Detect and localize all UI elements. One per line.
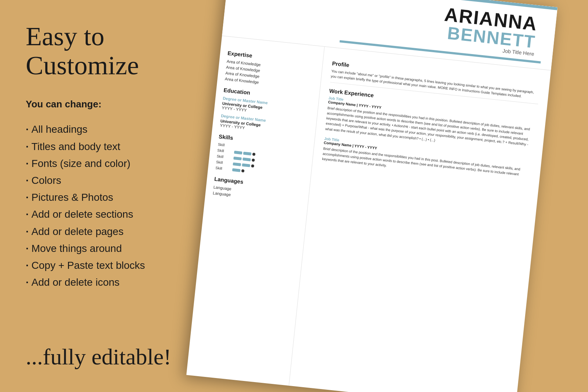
resume-main-content: Profile You can include "about me" or "p… xyxy=(289,47,551,392)
feature-item: Add or delete pages xyxy=(26,223,191,240)
skill-bar-fill xyxy=(243,157,251,161)
skill-dot xyxy=(251,164,254,167)
skill-label: Skill xyxy=(216,154,232,160)
skill-label: Skill xyxy=(218,142,233,148)
skill-bars xyxy=(233,156,255,161)
skill-bar-fill xyxy=(232,168,241,172)
bottom-tag: ...fully editable! xyxy=(26,333,191,370)
feature-item: Pictures & Photos xyxy=(26,189,191,206)
skill-label: Skill xyxy=(217,148,232,154)
main-title: Easy to Customize xyxy=(26,22,191,80)
features-list: All headings Titles and body text Fonts … xyxy=(26,121,191,291)
left-panel: Easy to Customize You can change: All he… xyxy=(0,0,213,392)
feature-item: Add or delete icons xyxy=(26,274,191,291)
skill-dot xyxy=(252,158,255,162)
feature-item: Titles and body text xyxy=(26,138,191,155)
feature-item: Move things around xyxy=(26,240,191,257)
skill-dot xyxy=(252,153,255,156)
skill-bar-fill xyxy=(233,156,242,160)
skill-bars xyxy=(232,168,245,172)
feature-item: Add or delete sections xyxy=(26,206,191,223)
skill-bars xyxy=(233,162,254,167)
feature-item: Colors xyxy=(26,172,191,189)
skill-label: Skill xyxy=(216,160,231,165)
resume-document: ARIANNA BENNETT Job Title Here Expertise… xyxy=(186,0,557,392)
skill-bar-fill xyxy=(242,163,250,167)
feature-item: Fonts (size and color) xyxy=(26,155,191,172)
skill-bar-fill xyxy=(234,150,243,154)
skill-dot xyxy=(241,169,245,172)
skill-bar-fill xyxy=(233,162,241,166)
skill-bars xyxy=(234,150,256,156)
you-can-change-label: You can change: xyxy=(26,99,191,110)
skill-label: Skill xyxy=(215,166,230,171)
skill-bar-fill xyxy=(243,152,252,155)
resume-wrapper: ARIANNA BENNETT Job Title Here Expertise… xyxy=(185,0,588,392)
feature-item: All headings xyxy=(26,121,191,138)
feature-item: Copy + Paste text blocks xyxy=(26,257,191,274)
